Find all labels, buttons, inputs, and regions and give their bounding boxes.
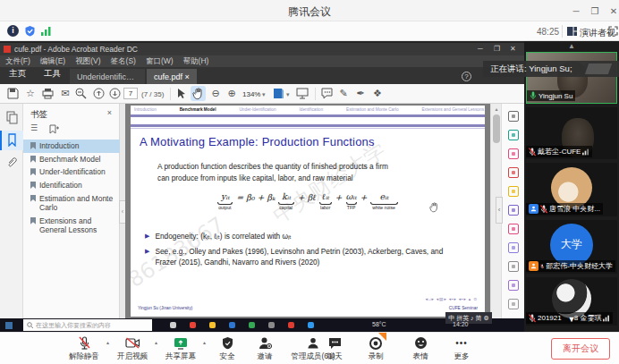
tools-pane-expand-handle[interactable]: ‹ [496, 197, 503, 224]
previous-page-icon[interactable] [93, 88, 105, 99]
pencil-annotate-icon[interactable]: ✎ [337, 87, 350, 100]
more-tools-icon[interactable] [508, 299, 519, 309]
scroll-up-icon[interactable]: ▲ [524, 42, 619, 50]
scrollbar-up-icon[interactable]: ▴ [492, 106, 501, 112]
network-signal-icon[interactable] [41, 27, 52, 36]
attachments-icon[interactable] [5, 156, 19, 169]
bookmark-item-introduction[interactable]: Introduction [23, 140, 120, 153]
mic-options-caret-icon[interactable]: ▴ [106, 339, 109, 345]
comment-icon[interactable] [321, 88, 333, 99]
star-icon[interactable]: ☆ [24, 87, 37, 100]
taskbar-search-box[interactable]: 在这里输入你要搜索的内容 [23, 319, 152, 331]
taskbar-app-icon[interactable] [308, 322, 314, 328]
security-button[interactable]: 安全 [211, 335, 243, 362]
email-icon[interactable]: ✉ [59, 87, 72, 100]
page-display-icon[interactable] [273, 88, 284, 99]
presentation-mode-icon[interactable] [296, 88, 309, 99]
page-thumbnails-icon[interactable] [5, 111, 19, 124]
maximize-button[interactable]: ❐ [589, 6, 601, 16]
search-tool-icon[interactable] [508, 111, 519, 122]
taskbar-app-icon[interactable] [190, 322, 196, 328]
record-button[interactable]: 录制 [358, 335, 394, 362]
bookmarks-close-icon[interactable]: × [107, 108, 112, 117]
bookmark-item-identification[interactable]: Identification [23, 179, 120, 192]
stamps-icon[interactable]: ❖ [371, 87, 384, 100]
help-icon[interactable]: ? [462, 72, 471, 81]
invite-button[interactable]: 邀请 [249, 335, 281, 362]
protect-tool-icon[interactable] [508, 242, 519, 253]
bookmark-item-under-identification[interactable]: Under-Identification [23, 165, 120, 179]
acrobat-close-button[interactable]: ✕ [510, 45, 516, 53]
zoom-in-icon[interactable]: ⊕ [225, 87, 238, 100]
fullscreen-icon[interactable] [608, 26, 618, 36]
meeting-info-icon[interactable]: i [7, 25, 19, 37]
edit-pdf-icon[interactable] [508, 167, 519, 178]
save-icon[interactable] [7, 88, 19, 99]
stamp-tool-icon[interactable] [508, 261, 519, 272]
next-page-icon[interactable] [109, 88, 121, 99]
minimize-button[interactable]: ─ [570, 6, 582, 16]
page-display-caret-icon[interactable]: ▾ [286, 91, 290, 98]
fill-sign-tool-icon[interactable] [508, 186, 519, 197]
participant-tile-tangxue[interactable]: 唐雪浪 中央财... [526, 163, 617, 216]
acrobat-maximize-button[interactable]: ❐ [494, 45, 500, 53]
print-icon[interactable] [42, 88, 54, 99]
bookmarks-options-icon[interactable]: ☰ [30, 123, 38, 132]
acrobat-minimize-button[interactable]: ─ [478, 45, 483, 53]
share-options-caret-icon[interactable]: ▴ [203, 339, 206, 345]
participants-panel: ▲ Yingjun Su 戴若尘-CUFE 唐雪浪 中央财... 大学 邵宏伟-… [524, 41, 619, 332]
bookmarks-icon[interactable] [5, 133, 19, 147]
page-number-input[interactable]: 7 [123, 88, 138, 99]
export-pdf-icon[interactable] [508, 130, 519, 140]
tab-tools[interactable]: 工具 [35, 64, 70, 84]
bookmark-item-estimation[interactable]: Estimation and Monte Carlo [23, 192, 120, 215]
zoom-out-icon[interactable]: ⊖ [209, 87, 222, 100]
chat-button[interactable]: 聊天 [318, 335, 351, 362]
taskbar-app-icon[interactable] [268, 322, 275, 328]
create-pdf-icon[interactable] [508, 148, 519, 159]
unmute-button[interactable]: 解除静音 [64, 335, 104, 362]
close-button[interactable]: ✕ [607, 6, 619, 16]
taskbar-app-icon[interactable] [249, 322, 255, 328]
bookmark-item-benchmark-model[interactable]: Benchmark Model [23, 153, 120, 166]
menu-window[interactable]: 窗口(W) [146, 56, 174, 67]
start-icon[interactable] [5, 322, 13, 329]
menu-sign[interactable]: 签名(S) [111, 56, 136, 67]
video-options-caret-icon[interactable]: ▴ [155, 339, 157, 345]
emoji-button[interactable]: 表情 [403, 335, 438, 362]
zoom-out-magnifier-icon[interactable] [75, 88, 87, 99]
more-button[interactable]: ••• 更多 [444, 335, 479, 362]
security-shield-icon[interactable] [24, 25, 36, 37]
leave-meeting-button[interactable]: 离开会议 [551, 338, 610, 360]
taskbar-clock[interactable]: 14:20 [453, 321, 469, 327]
taskbar-app-icon[interactable] [170, 322, 176, 328]
bookmark-item-extensions[interactable]: Extensions and General Lessons [23, 215, 120, 237]
zoom-caret-icon[interactable]: ▾ [262, 91, 266, 98]
certificates-tool-icon[interactable] [508, 280, 519, 291]
doc-tab-underidentification[interactable]: Underidentification... [70, 69, 145, 84]
tab-home[interactable]: 主页 [0, 64, 35, 84]
taskbar-app-icon[interactable] [209, 322, 216, 328]
combine-files-icon[interactable] [508, 205, 519, 216]
fill-sign-icon[interactable]: ✒ [354, 87, 367, 100]
add-bookmark-icon[interactable] [48, 124, 59, 134]
taskbar-weather[interactable]: 58°C [372, 321, 386, 327]
hand-tool-icon[interactable] [192, 88, 204, 100]
chevron-down-icon[interactable]: ▾ [601, 29, 605, 36]
participant-tile-dairuochen[interactable]: 戴若尘-CUFE [526, 107, 617, 159]
comment-tool-icon[interactable] [508, 224, 519, 234]
select-cursor-icon[interactable] [176, 88, 187, 99]
menu-help[interactable]: 帮助(H) [183, 56, 209, 67]
scroll-down-icon[interactable]: ▼ [551, 315, 592, 324]
participant-tile-yingjun-su[interactable]: Yingjun Su [526, 52, 617, 104]
scrollbar-thumb[interactable] [493, 114, 500, 143]
zoom-level-select[interactable]: 134% [242, 90, 260, 98]
menu-view[interactable]: 视图(V) [75, 56, 100, 67]
start-video-button[interactable]: 开启视频 [113, 335, 152, 362]
doc-tab-cufe[interactable]: cufe.pdf × [147, 69, 197, 84]
taskbar-app-icon[interactable] [229, 322, 235, 328]
share-screen-button[interactable]: 共享屏幕 [161, 335, 200, 362]
taskbar-app-icon[interactable] [288, 322, 294, 328]
tab-close-icon[interactable]: × [185, 72, 190, 81]
participant-tile-shaohongwei[interactable]: 大学 邵宏伟-中央财经大学 [526, 220, 617, 274]
